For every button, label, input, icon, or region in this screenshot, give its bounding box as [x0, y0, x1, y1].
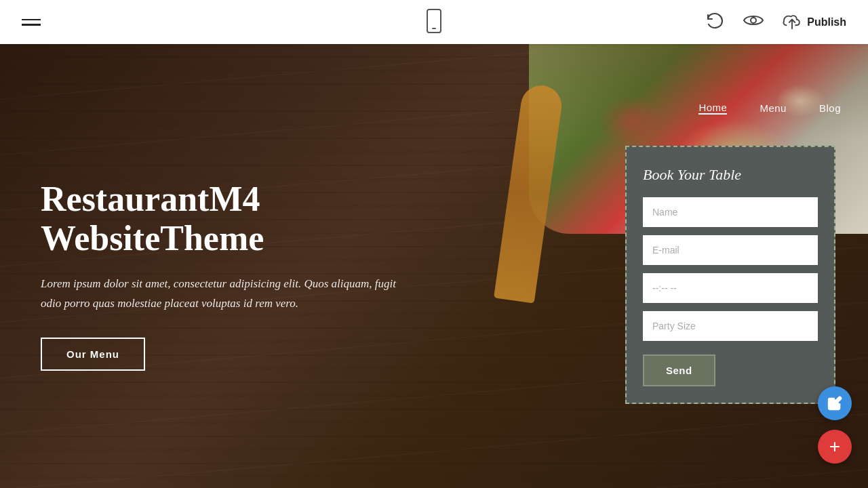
publish-button[interactable]: Publish — [783, 15, 846, 30]
add-fab-button[interactable]: + — [818, 430, 852, 464]
nav-item-menu[interactable]: Menu — [760, 102, 787, 114]
party-size-input[interactable] — [643, 311, 818, 341]
svg-point-0 — [751, 18, 756, 23]
booking-title: Book Your Table — [643, 166, 818, 184]
topbar: Publish — [0, 0, 868, 44]
hero-content: RestaurantM4 WebsiteTheme Lorem ipsum do… — [41, 180, 407, 371]
email-input[interactable] — [643, 235, 818, 265]
name-input[interactable] — [643, 197, 818, 227]
edit-fab-button[interactable] — [818, 386, 852, 420]
hero-title: RestaurantM4 WebsiteTheme — [41, 180, 407, 258]
send-button[interactable]: Send — [643, 354, 715, 386]
publish-label: Publish — [807, 16, 846, 28]
hero-section: Home Menu Blog RestaurantM4 WebsiteTheme… — [0, 44, 868, 488]
time-input[interactable] — [643, 273, 818, 303]
nav-item-home[interactable]: Home — [698, 102, 727, 115]
topbar-center — [427, 9, 441, 36]
topbar-left — [22, 19, 41, 26]
hero-description: Lorem ipsum dolor sit amet, consectetur … — [41, 274, 407, 312]
hamburger-icon[interactable] — [22, 19, 41, 26]
phone-device-icon[interactable] — [427, 9, 441, 33]
booking-card: Book Your Table Send — [625, 146, 835, 404]
undo-button[interactable] — [705, 12, 724, 33]
preview-button[interactable] — [743, 12, 764, 33]
hero-nav: Home Menu Blog — [393, 88, 868, 128]
topbar-right: Publish — [705, 12, 846, 33]
plus-icon: + — [829, 436, 840, 458]
our-menu-button[interactable]: Our Menu — [41, 338, 145, 371]
nav-item-blog[interactable]: Blog — [819, 102, 841, 114]
